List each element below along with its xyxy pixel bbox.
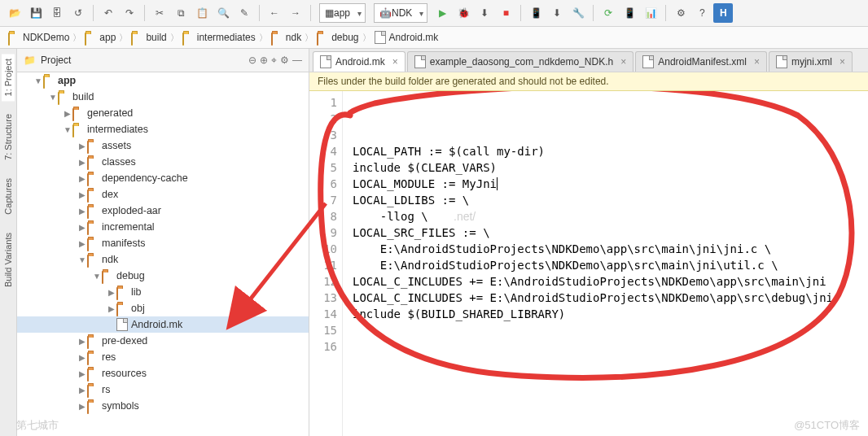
- undo-icon[interactable]: ↶: [99, 3, 118, 23]
- run-icon[interactable]: ▶: [432, 3, 452, 23]
- line-gutter: 12345678910111213141516: [309, 91, 343, 436]
- sdk-icon[interactable]: ⬇: [547, 3, 567, 23]
- collapse-icon[interactable]: ⊖: [248, 54, 256, 66]
- watermark-right: @51CTO博客: [794, 418, 860, 433]
- tree-node[interactable]: ▶exploded-aar: [17, 203, 309, 219]
- save-icon[interactable]: 💾: [26, 3, 46, 23]
- project-sidebar: 📁 Project ⊖ ⊕ ⌖ ⚙ — ▼app▼build▶generated…: [17, 49, 309, 436]
- tool-tab[interactable]: Build Variants: [2, 228, 15, 292]
- tool-tab[interactable]: 7: Structure: [2, 109, 15, 165]
- editor-tab[interactable]: Android.mk×: [313, 51, 406, 72]
- breadcrumb-item[interactable]: app: [83, 32, 117, 43]
- gear-icon[interactable]: ⚙: [280, 54, 289, 66]
- save-all-icon[interactable]: 🗄: [47, 3, 67, 23]
- tree-node[interactable]: ▶pre-dexed: [17, 333, 309, 349]
- sidebar-title: Project: [41, 54, 71, 66]
- tree-node[interactable]: ▶res: [17, 349, 309, 365]
- tree-node[interactable]: ▼build: [17, 89, 309, 105]
- copy-icon[interactable]: ⧉: [171, 3, 191, 23]
- tool-tab[interactable]: 1: Project: [2, 54, 15, 101]
- tree-node[interactable]: ▶symbols: [17, 398, 309, 414]
- generated-file-warning: Files under the build folder are generat…: [309, 72, 868, 91]
- tree-node[interactable]: ▶assets: [17, 137, 309, 154]
- breadcrumb-item[interactable]: debug: [315, 32, 360, 43]
- attach-icon[interactable]: ⬇: [475, 3, 494, 23]
- breadcrumb-item[interactable]: build: [129, 32, 168, 43]
- tree-node[interactable]: Android.mk: [17, 316, 309, 333]
- close-icon[interactable]: ×: [840, 56, 845, 68]
- watermark-left: 第七城市: [16, 418, 59, 433]
- tree-node[interactable]: ▼intermediates: [17, 121, 309, 137]
- project-icon: 📁: [24, 54, 36, 66]
- sync-gradle-icon[interactable]: ⟳: [598, 3, 618, 23]
- avd-icon[interactable]: 📱: [526, 3, 546, 23]
- tool-tab[interactable]: Captures: [2, 173, 15, 220]
- tree-node[interactable]: ▶lib: [17, 284, 309, 300]
- structure-icon[interactable]: ⚙: [671, 3, 690, 23]
- monitor-icon[interactable]: 📊: [641, 3, 660, 23]
- breadcrumb-item[interactable]: intermediates: [181, 32, 257, 43]
- expand-icon[interactable]: ⊕: [260, 54, 268, 66]
- breadcrumb-item[interactable]: ndk: [270, 32, 303, 43]
- hide-icon[interactable]: —: [292, 54, 302, 66]
- wrench-icon[interactable]: 🔧: [568, 3, 588, 23]
- replace-icon[interactable]: ✎: [235, 3, 254, 23]
- run-config-selector[interactable]: 🤖 NDK: [374, 3, 427, 23]
- tree-node[interactable]: ▼ndk: [17, 251, 309, 268]
- editor-tabs: Android.mk×example_daosong_com_ndkdemo_N…: [309, 49, 868, 72]
- editor-tab[interactable]: example_daosong_com_ndkdemo_NDK.h×: [407, 51, 634, 72]
- open-icon[interactable]: 📂: [5, 3, 24, 23]
- breadcrumb: NDKDemo〉app〉build〉intermediates〉ndk〉debu…: [0, 27, 868, 49]
- code-content[interactable]: .net/ LOCAL_PATH := $(call my-dir)includ…: [343, 91, 868, 436]
- tree-node[interactable]: ▶rs: [17, 382, 309, 398]
- breadcrumb-item[interactable]: Android.mk: [373, 31, 441, 44]
- tree-node[interactable]: ▶incremental: [17, 219, 309, 235]
- paste-icon[interactable]: 📋: [192, 3, 212, 23]
- find-icon[interactable]: 🔍: [213, 3, 233, 23]
- editor-tab[interactable]: AndroidManifest.xml×: [635, 51, 767, 72]
- breadcrumb-item[interactable]: NDKDemo: [7, 32, 71, 43]
- tree-node[interactable]: ▶dex: [17, 186, 309, 203]
- back-icon[interactable]: ←: [265, 3, 284, 23]
- tree-node[interactable]: ▼debug: [17, 268, 309, 284]
- cut-icon[interactable]: ✂: [150, 3, 169, 23]
- tree-node[interactable]: ▶classes: [17, 154, 309, 170]
- tree-node[interactable]: ▶generated: [17, 105, 309, 121]
- build-config-selector[interactable]: ▦ app: [319, 3, 366, 23]
- target-icon[interactable]: ⌖: [271, 54, 277, 66]
- left-tool-tabs: 1: Project7: StructureCapturesBuild Vari…: [0, 49, 17, 436]
- tree-node[interactable]: ▶resources: [17, 365, 309, 382]
- redo-icon[interactable]: ↷: [120, 3, 139, 23]
- close-icon[interactable]: ×: [754, 56, 760, 68]
- tree-node[interactable]: ▶manifests: [17, 235, 309, 251]
- tree-node[interactable]: ▶obj: [17, 300, 309, 316]
- tree-node[interactable]: ▼app: [17, 72, 309, 89]
- close-icon[interactable]: ×: [620, 56, 626, 68]
- stop-icon[interactable]: ■: [496, 3, 515, 23]
- project-tree[interactable]: ▼app▼build▶generated▼intermediates▶asset…: [17, 72, 309, 436]
- help-icon[interactable]: ?: [692, 3, 712, 23]
- editor-pane: Android.mk×example_daosong_com_ndkdemo_N…: [309, 49, 868, 436]
- h-icon[interactable]: H: [713, 3, 733, 23]
- tree-node[interactable]: ▶dependency-cache: [17, 170, 309, 186]
- device-icon[interactable]: 📱: [620, 3, 639, 23]
- main-toolbar: 📂 💾 🗄 ↺ ↶ ↷ ✂ ⧉ 📋 🔍 ✎ ← → ▦ app 🤖 NDK ▶ …: [0, 0, 868, 27]
- close-icon[interactable]: ×: [392, 56, 398, 68]
- debug-icon[interactable]: 🐞: [454, 3, 473, 23]
- editor-tab[interactable]: myjni.xml×: [769, 51, 853, 72]
- sync-icon[interactable]: ↺: [68, 3, 88, 23]
- forward-icon[interactable]: →: [286, 3, 305, 23]
